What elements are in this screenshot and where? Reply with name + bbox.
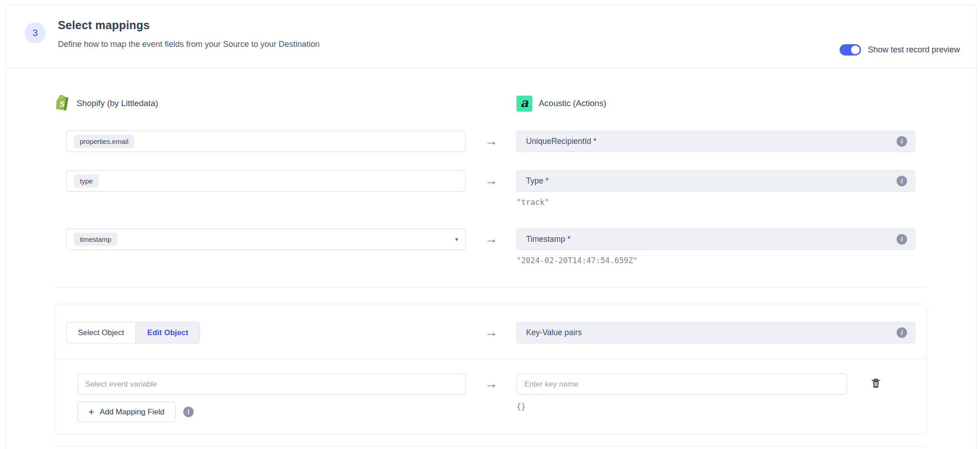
section-divider xyxy=(55,287,927,288)
source-field-input[interactable]: type xyxy=(66,170,466,192)
destination-field-label: Timestamp * xyxy=(526,235,571,244)
select-mappings-card: 3 Select mappings Define how to map the … xyxy=(6,5,977,449)
source-field-dropdown[interactable]: timestamp ▾ xyxy=(66,229,466,250)
acoustic-icon: a xyxy=(516,96,532,112)
plus-icon: + xyxy=(88,407,94,417)
info-icon[interactable]: i xyxy=(897,234,907,245)
destination-field-label: Key-Value pairs xyxy=(526,328,582,337)
mapping-row: properties.email → UniqueRecipientId * i xyxy=(66,131,915,152)
toggle-label: Show test record preview xyxy=(868,45,960,55)
arrow-right-icon: → xyxy=(466,131,516,152)
delete-row-button[interactable] xyxy=(871,378,881,390)
info-icon[interactable]: i xyxy=(183,407,194,417)
info-icon[interactable]: i xyxy=(897,327,907,338)
destination-field: UniqueRecipientId * i xyxy=(516,131,915,152)
object-preview-value: {} xyxy=(516,402,915,422)
chevron-down-icon[interactable]: ▾ xyxy=(455,236,458,243)
object-mode-tabs: Select Object Edit Object xyxy=(66,322,200,343)
event-variable-cell xyxy=(77,373,466,395)
source-field-chip[interactable]: timestamp xyxy=(74,233,117,246)
destination-field-label: Type * xyxy=(526,176,549,186)
toggle-knob xyxy=(851,46,860,54)
event-variable-input[interactable] xyxy=(77,373,466,395)
mappings-body: S Shopify (by Littledata) a Acoustic (Ac… xyxy=(6,94,976,446)
destination-field: Key-Value pairs i xyxy=(516,322,915,343)
object-mapping-card: Select Object Edit Object → Key-Value pa… xyxy=(55,304,927,434)
page-title: Select mappings xyxy=(58,19,320,32)
arrow-right-icon: → xyxy=(466,170,516,192)
source-name: Shopify (by Littledata) xyxy=(77,98,158,108)
section-divider xyxy=(55,446,927,446)
trash-icon xyxy=(871,378,881,390)
tab-select-object[interactable]: Select Object xyxy=(67,322,135,343)
destination-field-label: UniqueRecipientId * xyxy=(526,137,597,146)
add-mapping-field-button[interactable]: + Add Mapping Field xyxy=(77,402,175,422)
key-name-cell xyxy=(516,373,915,395)
card-header: 3 Select mappings Define how to map the … xyxy=(6,5,976,68)
info-icon[interactable]: i xyxy=(897,176,907,186)
show-test-record-preview-toggle[interactable] xyxy=(840,44,861,56)
add-mapping-row: + Add Mapping Field i xyxy=(77,402,466,422)
shopify-icon: S xyxy=(56,94,70,112)
mapping-row: type → Type * i xyxy=(66,170,915,192)
test-record-preview-value: "track" xyxy=(516,198,915,207)
preview-toggle-group: Show test record preview xyxy=(840,44,960,56)
arrow-right-icon: → xyxy=(466,229,516,250)
page-subtitle: Define how to map the event fields from … xyxy=(58,40,320,49)
arrow-right-icon: → xyxy=(466,373,516,395)
mapping-rows: properties.email → UniqueRecipientId * i… xyxy=(66,131,915,265)
destination-name: Acoustic (Actions) xyxy=(539,98,606,108)
object-card-body: → xyxy=(55,359,926,434)
tab-edit-object[interactable]: Edit Object xyxy=(135,322,200,343)
destination-connector: a Acoustic (Actions) xyxy=(516,94,915,112)
object-card-header: Select Object Edit Object → Key-Value pa… xyxy=(55,304,926,359)
test-record-preview-value: "2024-02-20T14:47:54.659Z" xyxy=(516,256,915,265)
source-connector: S Shopify (by Littledata) xyxy=(56,94,456,112)
info-icon[interactable]: i xyxy=(897,136,907,147)
preview-row: "2024-02-20T14:47:54.659Z" xyxy=(66,250,915,265)
add-mapping-field-label: Add Mapping Field xyxy=(100,408,165,417)
source-field-chip[interactable]: properties.email xyxy=(74,135,134,148)
object-tabs-cell: Select Object Edit Object xyxy=(66,322,466,343)
step-number-badge: 3 xyxy=(25,22,46,43)
mapping-row: timestamp ▾ → Timestamp * i xyxy=(66,229,915,250)
connector-header-row: S Shopify (by Littledata) a Acoustic (Ac… xyxy=(66,94,915,112)
source-field-chip[interactable]: type xyxy=(74,174,98,188)
header-text: Select mappings Define how to map the ev… xyxy=(58,19,320,49)
destination-field: Type * i xyxy=(516,170,915,192)
svg-text:S: S xyxy=(60,100,65,108)
source-field-input[interactable]: properties.email xyxy=(66,131,466,152)
preview-row: "track" xyxy=(66,192,915,207)
key-name-input[interactable] xyxy=(516,373,847,395)
arrow-right-icon: → xyxy=(466,322,516,343)
destination-field: Timestamp * i xyxy=(516,229,915,250)
